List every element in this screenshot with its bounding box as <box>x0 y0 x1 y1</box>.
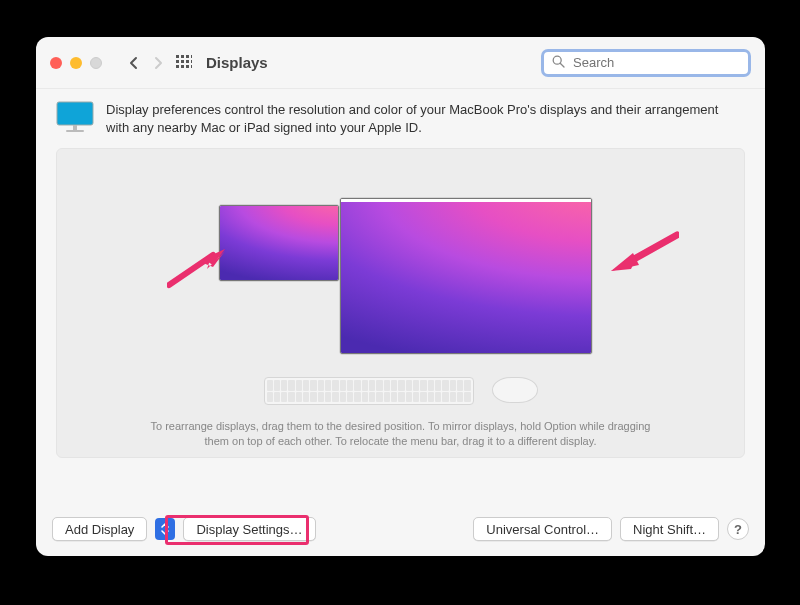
primary-display[interactable] <box>340 198 592 354</box>
svg-rect-10 <box>186 65 189 68</box>
window-controls <box>50 57 102 69</box>
svg-rect-4 <box>176 60 179 63</box>
svg-rect-1 <box>181 55 184 58</box>
preferences-window: Displays Display preferences control the… <box>36 37 765 556</box>
svg-rect-15 <box>73 125 77 130</box>
svg-rect-9 <box>181 65 184 68</box>
svg-rect-7 <box>191 60 192 63</box>
minimize-window-button[interactable] <box>70 57 82 69</box>
svg-rect-6 <box>186 60 189 63</box>
close-window-button[interactable] <box>50 57 62 69</box>
chevron-up-down-icon <box>160 522 170 536</box>
mouse-graphic <box>492 377 538 403</box>
svg-rect-5 <box>181 60 184 63</box>
back-button[interactable] <box>122 51 146 75</box>
button-label: Display Settings… <box>196 522 302 537</box>
toolbar: Displays <box>36 37 765 89</box>
svg-line-13 <box>560 63 564 67</box>
grid-icon <box>176 55 192 71</box>
display-wallpaper <box>341 202 591 354</box>
svg-rect-11 <box>191 65 192 68</box>
zoom-window-button <box>90 57 102 69</box>
chevron-right-icon <box>153 56 163 70</box>
search-field[interactable] <box>541 49 751 77</box>
button-label: Universal Control… <box>486 522 599 537</box>
add-display-button[interactable]: Add Display <box>52 517 147 541</box>
help-button[interactable]: ? <box>727 518 749 540</box>
night-shift-button[interactable]: Night Shift… <box>620 517 719 541</box>
help-icon: ? <box>734 522 742 537</box>
keyboard-graphic <box>264 377 474 405</box>
description-row: Display preferences control the resoluti… <box>56 101 745 136</box>
display-wallpaper <box>220 206 338 280</box>
arrangement-area: To rearrange displays, drag them to the … <box>56 148 745 458</box>
show-all-button[interactable] <box>174 53 194 73</box>
content-area: Display preferences control the resoluti… <box>36 89 765 458</box>
secondary-display[interactable] <box>219 205 339 281</box>
input-devices-graphic <box>57 377 744 405</box>
svg-rect-16 <box>66 130 84 132</box>
svg-rect-2 <box>186 55 189 58</box>
svg-rect-8 <box>176 65 179 68</box>
display-icon <box>56 101 94 135</box>
svg-rect-0 <box>176 55 179 58</box>
button-label: Night Shift… <box>633 522 706 537</box>
arrangement-help-text: To rearrange displays, drag them to the … <box>57 419 744 449</box>
svg-rect-3 <box>191 55 192 58</box>
search-input[interactable] <box>571 54 743 71</box>
chevron-left-icon <box>129 56 139 70</box>
forward-button <box>146 51 170 75</box>
annotation-arrow-left <box>167 249 227 289</box>
button-label: Add Display <box>65 522 134 537</box>
annotation-arrow-right <box>609 229 679 273</box>
search-icon <box>552 55 565 71</box>
page-title: Displays <box>206 54 268 71</box>
svg-rect-14 <box>57 102 93 125</box>
footer-toolbar: Add Display Display Settings… Universal … <box>36 502 765 556</box>
display-settings-button[interactable]: Display Settings… <box>183 517 315 541</box>
add-display-popup[interactable] <box>155 518 175 540</box>
description-text: Display preferences control the resoluti… <box>106 101 745 136</box>
universal-control-button[interactable]: Universal Control… <box>473 517 612 541</box>
